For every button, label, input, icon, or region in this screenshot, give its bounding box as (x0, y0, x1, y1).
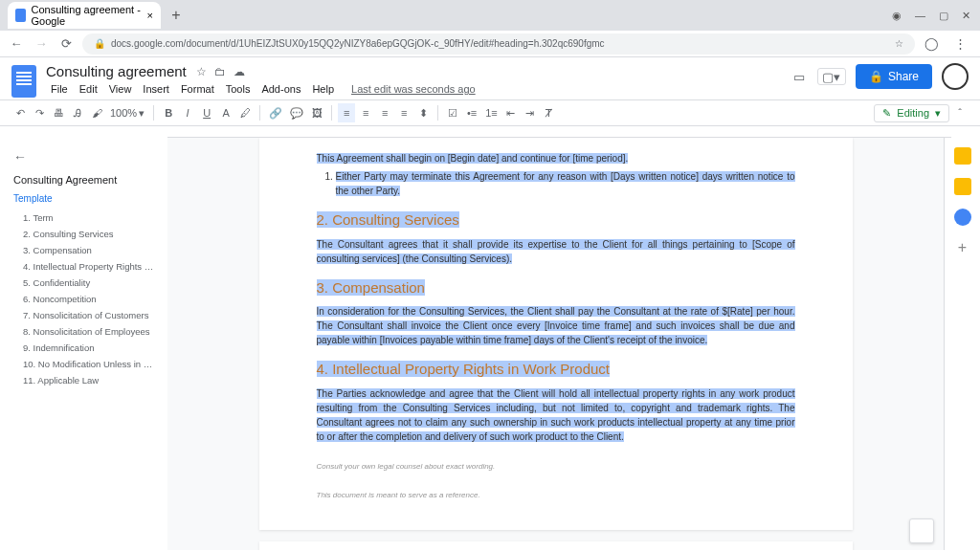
selected-heading[interactable]: 2. Consulting Services (317, 211, 459, 228)
move-icon[interactable]: 🗀 (214, 65, 226, 78)
insert-image-button[interactable]: 🖼 (308, 103, 325, 122)
selected-heading[interactable]: 4. Intellectual Property Rights in Work … (317, 361, 611, 377)
account-avatar[interactable] (942, 63, 969, 90)
selected-heading[interactable]: 3. Compensation (317, 279, 425, 296)
url-field[interactable]: 🔒 docs.google.com/document/d/1UhEIZJtSUX… (82, 33, 915, 55)
checklist-button[interactable]: ☑ (444, 103, 461, 122)
url-text: docs.google.com/document/d/1UhEIZJtSUX0y… (111, 38, 605, 49)
menu-format[interactable]: Format (176, 81, 219, 97)
outline-item[interactable]: 2. Consulting Services (13, 226, 154, 242)
lock-icon: 🔒 (869, 70, 883, 83)
outline-item[interactable]: 8. Nonsolicitation of Employees (13, 323, 154, 340)
present-icon[interactable]: ▢▾ (817, 68, 846, 85)
align-left-button[interactable]: ≡ (338, 103, 355, 122)
underline-button[interactable]: U (198, 103, 215, 122)
outline-item[interactable]: 5. Confidentiality (13, 275, 154, 291)
redo-button[interactable]: ↷ (31, 103, 48, 122)
editing-mode-select[interactable]: ✎ Editing ▾ (874, 104, 949, 122)
insert-link-button[interactable]: 🔗 (266, 103, 285, 122)
selected-text[interactable]: The Parties acknowledge and agree that t… (317, 388, 795, 442)
text-color-button[interactable]: A (217, 103, 234, 122)
close-icon[interactable]: ✕ (962, 10, 970, 22)
docs-favicon (15, 9, 26, 22)
window-controls: ◉ — ▢ ✕ (892, 10, 980, 22)
print-button[interactable]: 🖶 (50, 103, 67, 122)
new-tab-button[interactable]: + (165, 4, 188, 27)
spellcheck-button[interactable]: Ꭿ (69, 103, 86, 122)
side-panel: + (944, 138, 980, 550)
bold-button[interactable]: B (160, 103, 177, 122)
share-button[interactable]: 🔒 Share (856, 64, 932, 89)
lock-icon: 🔒 (94, 38, 105, 49)
comments-history-icon[interactable]: ▭ (791, 68, 808, 85)
keep-icon[interactable] (954, 178, 971, 195)
star-document-icon[interactable]: ☆ (196, 65, 207, 78)
menu-tools[interactable]: Tools (221, 81, 256, 97)
document-title[interactable]: Consulting agreement (46, 63, 187, 79)
add-addon-icon[interactable]: + (954, 239, 971, 256)
explore-button[interactable] (909, 518, 934, 543)
reload-button[interactable]: ⟳ (57, 35, 75, 53)
last-edit-status[interactable]: Last edit was seconds ago (346, 81, 480, 97)
highlight-button[interactable]: 🖊 (236, 103, 254, 122)
align-right-button[interactable]: ≡ (376, 103, 393, 122)
account-icon[interactable]: ◯ (923, 35, 940, 53)
outline-items: 1. Term 2. Consulting Services 3. Compen… (13, 209, 154, 388)
outline-item[interactable]: 9. Indemnification (13, 340, 154, 356)
ruler[interactable] (167, 126, 951, 138)
address-bar: ← → ⟳ 🔒 docs.google.com/document/d/1UhEI… (0, 31, 980, 57)
selected-text[interactable]: The Consultant agrees that it shall prov… (317, 239, 795, 264)
page-2: 5. Confidentiality The Consultant shall … (259, 541, 853, 551)
outline-doc-title[interactable]: Consulting Agreement (13, 174, 154, 186)
back-button[interactable]: ← (8, 35, 25, 53)
menu-icon[interactable]: ⋮ (951, 35, 969, 53)
outline-item[interactable]: 1. Term (13, 209, 154, 226)
menu-addons[interactable]: Add-ons (256, 81, 305, 97)
document-canvas[interactable]: This Agreement shall begin on [Begin dat… (167, 138, 944, 550)
outline-template-heading[interactable]: Template (13, 193, 154, 204)
menu-insert[interactable]: Insert (138, 81, 174, 97)
extension-icon[interactable]: ◉ (892, 10, 902, 22)
pencil-icon: ✎ (882, 107, 891, 120)
star-icon[interactable]: ☆ (895, 38, 903, 49)
outline-item[interactable]: 4. Intellectual Property Rights in... (13, 258, 154, 275)
menu-file[interactable]: File (46, 81, 73, 97)
selected-text[interactable]: Either Party may terminate this Agreemen… (336, 171, 795, 196)
outline-item[interactable]: 10. No Modification Unless in W... (13, 356, 154, 372)
forward-button[interactable]: → (33, 35, 50, 53)
clear-formatting-button[interactable]: Ⱦ (541, 103, 558, 122)
bulleted-list-button[interactable]: •≡ (463, 103, 480, 122)
close-tab-icon[interactable]: × (147, 10, 153, 21)
menu-bar: File Edit View Insert Format Tools Add-o… (46, 81, 480, 97)
maximize-icon[interactable]: ▢ (939, 10, 948, 22)
selected-text[interactable]: In consideration for the Consulting Serv… (317, 306, 795, 345)
align-justify-button[interactable]: ≡ (395, 103, 412, 122)
align-center-button[interactable]: ≡ (357, 103, 374, 122)
italic-button[interactable]: I (179, 103, 196, 122)
document-outline: ← Consulting Agreement Template 1. Term … (0, 138, 167, 550)
browser-tab[interactable]: Consulting agreement - Google × (8, 2, 161, 29)
line-spacing-button[interactable]: ⬍ (414, 103, 432, 122)
page-1: This Agreement shall begin on [Begin dat… (259, 138, 853, 530)
outline-back-button[interactable]: ← (13, 149, 154, 165)
zoom-select[interactable]: 100%▾ (107, 103, 147, 122)
menu-view[interactable]: View (104, 81, 137, 97)
outline-item[interactable]: 7. Nonsolicitation of Customers (13, 307, 154, 323)
add-comment-button[interactable]: 💬 (287, 103, 306, 122)
undo-button[interactable]: ↶ (11, 103, 29, 122)
minimize-icon[interactable]: — (915, 10, 925, 22)
menu-help[interactable]: Help (307, 81, 339, 97)
outline-item[interactable]: 6. Noncompetition (13, 291, 154, 307)
docs-logo-icon[interactable] (11, 65, 36, 98)
menu-edit[interactable]: Edit (75, 81, 102, 97)
outline-item[interactable]: 11. Applicable Law (13, 372, 154, 388)
tasks-icon[interactable] (954, 209, 971, 226)
selected-text[interactable]: This Agreement shall begin on [Begin dat… (317, 153, 629, 164)
increase-indent-button[interactable]: ⇥ (522, 103, 539, 122)
numbered-list-button[interactable]: 1≡ (482, 103, 501, 122)
calendar-icon[interactable] (954, 147, 971, 165)
outline-item[interactable]: 3. Compensation (13, 242, 154, 258)
collapse-toolbar-button[interactable]: ˆ (951, 103, 969, 122)
decrease-indent-button[interactable]: ⇤ (502, 103, 520, 122)
paint-format-button[interactable]: 🖌 (88, 103, 105, 122)
